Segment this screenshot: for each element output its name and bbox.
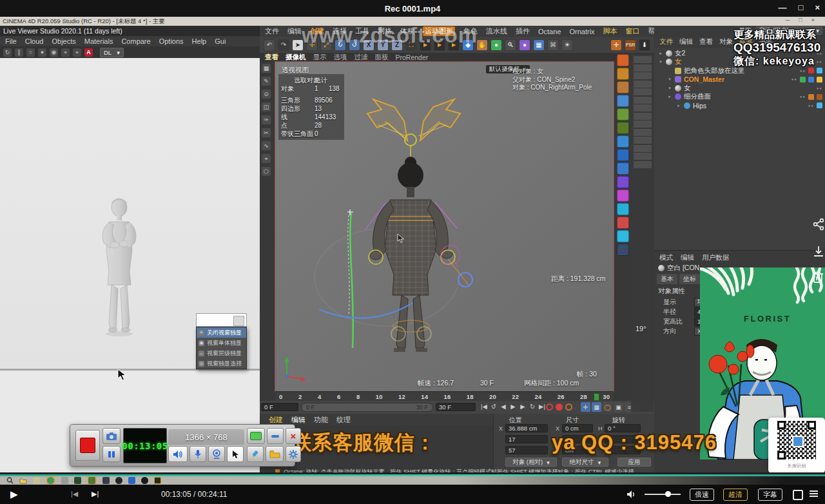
end-frame-field[interactable]: 30 F (436, 403, 476, 411)
close-recorder-button[interactable]: × (286, 428, 301, 444)
material-menu-item[interactable]: 创建 (269, 415, 283, 425)
subtitle-button[interactable]: 字幕 (758, 489, 782, 501)
close-icon[interactable]: × (815, 3, 820, 12)
refresh-icon[interactable]: ↻ (3, 48, 12, 57)
stop-record-button[interactable] (75, 430, 100, 461)
visibility-dots-icon[interactable]: ●● (791, 77, 797, 81)
pin-icon[interactable]: ⌖ (61, 48, 70, 57)
object-manager-menu-item[interactable]: 编辑 (679, 37, 693, 46)
layer-column[interactable] (631, 54, 654, 412)
webcam-button[interactable] (208, 446, 225, 462)
pos-x-field[interactable]: 36.888 cm (505, 424, 548, 432)
keyframe-record-icon[interactable] (556, 403, 563, 411)
transport-button[interactable]: ↺ (489, 403, 498, 410)
viewport-menu-item[interactable]: 显示 (313, 53, 327, 62)
redo-icon[interactable]: ↷ (278, 39, 289, 51)
taskbar-app-icon[interactable] (128, 477, 135, 484)
attribute-menu-item[interactable]: 模式 (659, 253, 673, 262)
snap-tool-icon[interactable]: ⬡ (261, 166, 271, 177)
visibility-dots-icon[interactable]: ●● (800, 69, 806, 73)
object-tree-item[interactable]: ▾CON_Master●● (654, 75, 825, 84)
open-folder-button[interactable] (266, 446, 284, 462)
mograph-ball-icon[interactable]: ● (519, 39, 530, 51)
object-manager-menu-item[interactable]: 查看 (699, 37, 713, 46)
attribute-menu-item[interactable]: 用户数据 (702, 253, 729, 262)
psr-zero-icon[interactable]: PSR (625, 39, 636, 51)
share-icon[interactable] (812, 218, 825, 231)
attribute-tab-基本[interactable]: 基本 (657, 274, 677, 284)
live-viewer-menu-item[interactable]: Cloud (25, 37, 44, 45)
volume-knob[interactable] (665, 491, 671, 497)
aov-icon[interactable]: A (84, 48, 93, 57)
material-menu-item[interactable]: 功能 (314, 415, 328, 425)
microphone-button[interactable] (189, 446, 206, 462)
object-tree-item[interactable]: ▸Hips●● (654, 101, 825, 110)
starburst-icon[interactable] (617, 244, 629, 256)
mirror-tool-icon[interactable]: ◫ (261, 102, 271, 112)
frame-range-slider[interactable]: 0 F 30 F (301, 403, 433, 412)
transport-button[interactable]: ▶| (538, 403, 547, 410)
play-button[interactable]: ▶ (10, 489, 18, 500)
quality-button[interactable]: 超清 (723, 489, 748, 501)
record-icon[interactable] (546, 403, 553, 411)
taskbar-app-icon[interactable] (141, 477, 148, 484)
small-text-icon[interactable] (617, 162, 629, 175)
object-tree-item[interactable]: ▾女●● (654, 84, 825, 93)
viewport-menu-item[interactable]: ProRender (396, 53, 429, 61)
screenshot-button[interactable] (102, 428, 121, 444)
pen-tool-icon[interactable]: ✎ (261, 76, 271, 86)
cube-tool-icon[interactable]: ▦ (261, 63, 271, 73)
live-viewer-menu-item[interactable]: Objects (52, 37, 75, 45)
visibility-dots-icon[interactable]: ●● (817, 86, 822, 90)
pos-y-field[interactable]: 17 (505, 435, 548, 443)
c4d-maximize-icon[interactable]: □ (799, 17, 802, 23)
psr-icon[interactable]: ✛ (610, 39, 622, 51)
speaker-button[interactable] (168, 446, 188, 462)
visibility-dots-icon[interactable]: ●● (800, 95, 806, 99)
next-video-button[interactable]: ▶| (92, 490, 99, 498)
taskbar-app-icon[interactable] (33, 477, 40, 484)
settings-button[interactable] (286, 446, 301, 462)
c4d-minimize-icon[interactable]: ─ (786, 17, 790, 23)
live-viewer-menu-item[interactable]: Options (159, 37, 184, 45)
download-pose-icon[interactable]: ⬇ (639, 39, 650, 51)
search-icon[interactable] (6, 477, 14, 484)
pause-icon[interactable]: ∥ (15, 48, 23, 57)
record-parameter-toggle[interactable]: ▣ (614, 402, 623, 412)
solo-menu-item[interactable]: ◎视窗独显选择 (197, 358, 246, 369)
cursor-capture-button[interactable] (227, 446, 244, 462)
figure-cyan-icon[interactable] (617, 230, 629, 242)
attribute-tab-坐标[interactable]: 坐标 (679, 274, 700, 284)
autokey-icon[interactable] (565, 403, 572, 411)
brush-icon[interactable] (617, 68, 629, 80)
c4d-menu-item[interactable]: 脚本 (603, 26, 617, 36)
live-viewer-menu-item[interactable]: File (5, 37, 17, 45)
viewport-menu-item[interactable]: 选项 (334, 53, 347, 62)
explorer-icon[interactable] (19, 478, 27, 484)
transport-button[interactable]: ▶ (518, 403, 527, 410)
material-menu-item[interactable]: 编辑 (291, 415, 306, 425)
c4d-menu-item[interactable]: 流水线 (486, 26, 507, 36)
no-camera-icon[interactable] (617, 54, 629, 66)
live-viewer-menu-item[interactable]: Help (192, 37, 207, 45)
video-progress-bar[interactable] (0, 474, 825, 476)
magnet-tool-icon[interactable]: ⊙ (261, 89, 271, 99)
record-position-toggle[interactable]: ✛ (581, 402, 590, 412)
taskbar-app-icon[interactable] (47, 477, 54, 484)
transport-button[interactable]: ▶ (509, 403, 518, 410)
viewport-menu-item[interactable]: 面板 (375, 53, 389, 62)
maximize-icon[interactable]: □ (799, 3, 804, 12)
object-manager-menu-item[interactable]: 对象 (719, 37, 733, 46)
start-frame-field[interactable]: 0 F (261, 403, 298, 411)
material-menu-item[interactable]: 纹理 (336, 415, 351, 425)
minimize-recorder-button[interactable] (267, 428, 284, 444)
pointer-plus-icon[interactable] (617, 81, 629, 93)
solo-menu-item[interactable]: ⌄视窗层级独显 (197, 348, 246, 358)
record-scale-toggle[interactable]: ▦ (592, 402, 601, 412)
timeline-ruler[interactable]: 024681012141618202224262830 (275, 391, 614, 401)
c4d-menu-item[interactable]: Octane (538, 28, 561, 35)
c4d-menu-item[interactable]: 插件 (516, 26, 530, 36)
spline-tool-icon[interactable]: ∿ (261, 141, 271, 151)
live-viewer-menu-item[interactable]: Materials (84, 37, 113, 45)
circle-cyan-icon[interactable] (617, 203, 629, 215)
